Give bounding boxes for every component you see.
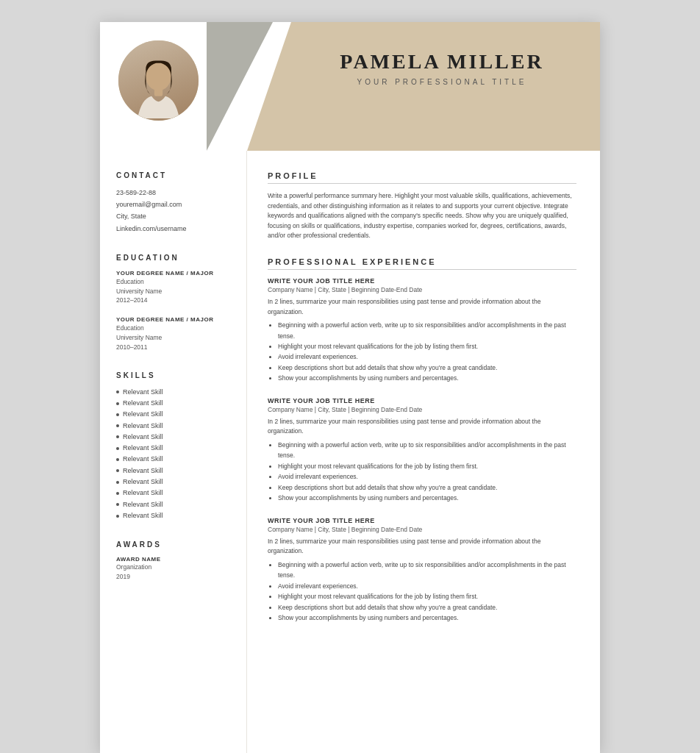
candidate-name: PAMELA MILLER [306,50,578,74]
bullet-icon [116,424,119,427]
award-name-1: AWARD NAME [116,556,230,563]
job-meta-1: Company Name | City, State | Beginning D… [268,286,576,293]
header-beige-bg [247,22,600,151]
job-bullets-2: Beginning with a powerful action verb, w… [278,440,576,504]
job-title-1: WRITE YOUR JOB TITLE HERE [268,277,576,285]
skill-item: Relevant Skill [116,488,230,499]
bullet-icon [116,469,119,472]
job-bullets-1: Beginning with a powerful action verb, w… [278,320,576,384]
skills-section-title: SKILLS [116,371,230,379]
education-entry-1: YOUR DEGREE NAME / MAJOR Education Unive… [116,269,230,305]
job-meta-3: Company Name | City, State | Beginning D… [268,526,576,533]
skill-item: Relevant Skill [116,477,230,488]
bullet-icon [116,515,119,518]
skill-item: Relevant Skill [116,510,230,521]
resume-document: PAMELA MILLER YOUR PROFESSIONAL TITLE CO… [100,22,600,753]
photo-silhouette [127,56,190,118]
resume-main: PROFILE Write a powerful performance sum… [247,151,600,753]
skill-item: Relevant Skill [116,409,230,420]
contact-location: City, State [116,210,230,222]
skill-item: Relevant Skill [116,398,230,409]
awards-section-title: AWARDS [116,540,230,549]
resume-sidebar: CONTACT 23-589-22-88 youremail@gmail.com… [100,151,247,753]
job-bullets-3: Beginning with a powerful action verb, w… [278,560,576,624]
candidate-title: YOUR PROFESSIONAL TITLE [306,78,578,86]
edu-years-2: 2010–2011 [116,343,230,352]
skill-item: Relevant Skill [116,454,230,465]
profile-photo [116,38,201,123]
bullet-icon [116,458,119,461]
job-desc-1: In 2 lines, summarize your main responsi… [268,297,576,317]
svg-point-2 [146,63,171,90]
award-entry-1: AWARD NAME Organization 2019 [116,556,230,582]
bullet-icon [116,503,119,506]
skill-item: Relevant Skill [116,465,230,477]
edu-years-1: 2012–2014 [116,296,230,305]
profile-section: PROFILE Write a powerful performance sum… [268,171,576,241]
edu-type-1: Education [116,277,230,287]
award-org-1: Organization [116,563,230,572]
skills-section: SKILLS Relevant SkillRelevant SkillRelev… [116,371,230,522]
bullet-icon [116,492,119,495]
header-triangle [207,22,273,151]
job-entry-1: WRITE YOUR JOB TITLE HERE Company Name |… [268,277,576,384]
bullet-icon [116,413,119,416]
job-entry-2: WRITE YOUR JOB TITLE HERE Company Name |… [268,397,576,504]
job-meta-2: Company Name | City, State | Beginning D… [268,406,576,413]
job-desc-2: In 2 lines, summarize your main responsi… [268,417,576,437]
awards-section: AWARDS AWARD NAME Organization 2019 [116,540,230,582]
skill-item: Relevant Skill [116,499,230,510]
bullet-icon [116,402,119,405]
skills-list: Relevant SkillRelevant SkillRelevant Ski… [116,387,230,522]
contact-email: youremail@gmail.com [116,199,230,210]
jobs-list: WRITE YOUR JOB TITLE HERE Company Name |… [268,277,576,623]
contact-section: CONTACT 23-589-22-88 youremail@gmail.com… [116,171,230,235]
resume-body: CONTACT 23-589-22-88 youremail@gmail.com… [100,151,600,753]
experience-section: PROFESSIONAL EXPERIENCE WRITE YOUR JOB T… [268,257,576,623]
education-section: EDUCATION YOUR DEGREE NAME / MAJOR Educa… [116,254,230,352]
award-year-1: 2019 [116,572,230,582]
edu-degree-2: YOUR DEGREE NAME / MAJOR [116,315,230,324]
bullet-icon [116,481,119,484]
experience-section-title: PROFESSIONAL EXPERIENCE [268,257,576,270]
edu-university-1: University Name [116,287,230,296]
profile-text: Write a powerful performance summary her… [268,191,576,241]
skill-item: Relevant Skill [116,421,230,432]
education-section-title: EDUCATION [116,254,230,262]
job-title-3: WRITE YOUR JOB TITLE HERE [268,517,576,524]
edu-university-2: University Name [116,333,230,343]
bullet-icon [116,390,119,393]
profile-section-title: PROFILE [268,171,576,184]
header-text-block: PAMELA MILLER YOUR PROFESSIONAL TITLE [306,50,578,86]
contact-phone: 23-589-22-88 [116,187,230,199]
skill-item: Relevant Skill [116,387,230,398]
job-title-2: WRITE YOUR JOB TITLE HERE [268,397,576,404]
edu-type-2: Education [116,324,230,333]
resume-header: PAMELA MILLER YOUR PROFESSIONAL TITLE [100,22,600,151]
bullet-icon [116,435,119,438]
skill-item: Relevant Skill [116,443,230,454]
education-entry-2: YOUR DEGREE NAME / MAJOR Education Unive… [116,315,230,351]
skill-item: Relevant Skill [116,432,230,443]
bullet-icon [116,447,119,450]
contact-linkedin: Linkedin.com/username [116,223,230,235]
job-entry-3: WRITE YOUR JOB TITLE HERE Company Name |… [268,517,576,624]
contact-section-title: CONTACT [116,171,230,179]
edu-degree-1: YOUR DEGREE NAME / MAJOR [116,269,230,277]
job-desc-3: In 2 lines, summarize your main responsi… [268,537,576,557]
